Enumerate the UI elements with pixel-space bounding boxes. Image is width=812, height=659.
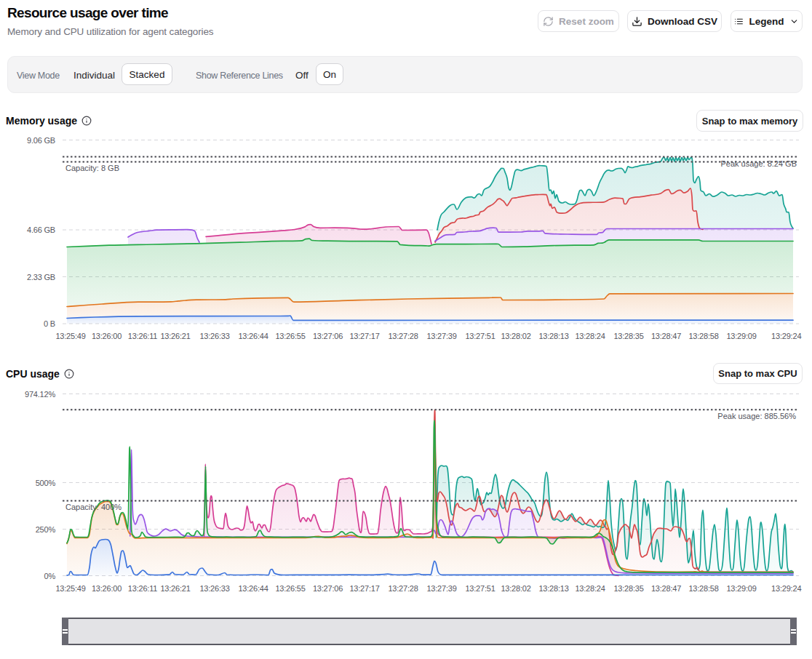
svg-text:13:26:33: 13:26:33 (199, 332, 229, 340)
svg-text:13:27:28: 13:27:28 (388, 332, 418, 340)
svg-text:13:26:00: 13:26:00 (92, 332, 122, 340)
svg-text:13:28:02: 13:28:02 (501, 332, 530, 340)
svg-text:2.33 GB: 2.33 GB (27, 273, 55, 281)
svg-text:13:29:09: 13:29:09 (726, 332, 756, 340)
svg-text:13:28:24: 13:28:24 (575, 584, 605, 593)
svg-text:13:26:21: 13:26:21 (160, 332, 190, 340)
svg-text:13:28:02: 13:28:02 (501, 584, 530, 593)
svg-text:4.66 GB: 4.66 GB (27, 225, 55, 234)
svg-text:13:26:21: 13:26:21 (160, 584, 190, 593)
svg-text:13:27:51: 13:27:51 (465, 332, 495, 340)
svg-text:13:29:24: 13:29:24 (771, 584, 801, 593)
svg-text:250%: 250% (36, 525, 56, 534)
svg-text:13:28:47: 13:28:47 (651, 584, 681, 593)
svg-text:13:28:13: 13:28:13 (538, 584, 568, 593)
svg-text:13:27:17: 13:27:17 (349, 332, 379, 340)
svg-text:13:27:17: 13:27:17 (349, 584, 379, 593)
svg-text:13:26:11: 13:26:11 (128, 584, 157, 593)
svg-text:500%: 500% (36, 479, 56, 487)
svg-text:0%: 0% (44, 572, 56, 580)
svg-text:13:26:55: 13:26:55 (275, 332, 305, 340)
svg-text:13:27:39: 13:27:39 (426, 584, 456, 593)
svg-text:9.06 GB: 9.06 GB (27, 136, 55, 145)
svg-text:Peak usage: 8.24 GB: Peak usage: 8.24 GB (720, 159, 797, 168)
svg-text:13:26:44: 13:26:44 (238, 332, 268, 340)
svg-text:13:27:06: 13:27:06 (313, 584, 343, 593)
svg-text:13:28:58: 13:28:58 (688, 332, 718, 340)
svg-text:13:29:09: 13:29:09 (726, 584, 756, 593)
svg-text:13:28:24: 13:28:24 (575, 332, 605, 340)
svg-text:Capacity: 400%: Capacity: 400% (65, 503, 122, 511)
svg-text:13:26:44: 13:26:44 (238, 584, 268, 593)
svg-text:13:28:13: 13:28:13 (538, 332, 568, 340)
svg-text:974.12%: 974.12% (25, 390, 55, 399)
svg-text:13:28:35: 13:28:35 (613, 332, 643, 340)
svg-text:13:28:58: 13:28:58 (688, 584, 718, 593)
svg-text:13:25:49: 13:25:49 (55, 332, 85, 340)
svg-text:Capacity: 8 GB: Capacity: 8 GB (65, 164, 119, 172)
svg-text:13:27:28: 13:27:28 (388, 584, 418, 593)
svg-text:0 B: 0 B (44, 319, 55, 328)
svg-text:13:26:55: 13:26:55 (275, 584, 305, 593)
svg-text:13:26:11: 13:26:11 (128, 332, 157, 340)
svg-text:13:26:00: 13:26:00 (92, 584, 122, 593)
svg-text:13:27:51: 13:27:51 (465, 584, 495, 593)
svg-text:13:29:24: 13:29:24 (771, 332, 801, 340)
svg-text:13:28:35: 13:28:35 (613, 584, 643, 593)
svg-text:13:27:39: 13:27:39 (426, 332, 456, 340)
svg-text:13:27:06: 13:27:06 (313, 332, 343, 340)
svg-text:13:26:33: 13:26:33 (199, 584, 229, 593)
svg-text:13:28:47: 13:28:47 (651, 332, 681, 340)
svg-text:Peak usage: 885.56%: Peak usage: 885.56% (717, 412, 796, 420)
svg-text:13:25:49: 13:25:49 (55, 584, 85, 593)
